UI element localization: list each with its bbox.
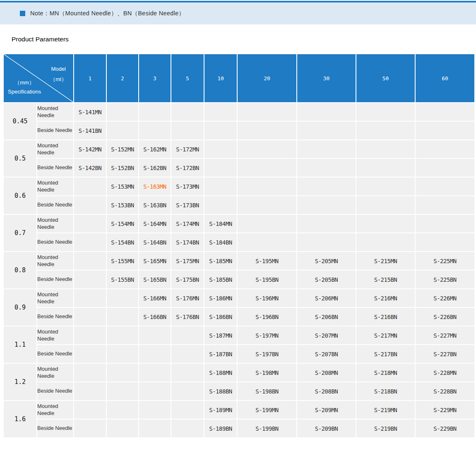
model-code-cell: S-172MN: [171, 140, 204, 158]
empty-cell: [171, 345, 204, 363]
model-code-cell: S-218MN: [356, 363, 415, 382]
model-code-cell: S-189BN: [204, 419, 237, 438]
corner-header-cell: Model （ml） （mm） Specifications: [3, 54, 74, 103]
model-code-cell: S-207BN: [297, 345, 356, 363]
empty-cell: [74, 233, 106, 252]
model-code-cell: S-184BN: [204, 233, 237, 252]
empty-cell: [106, 289, 139, 307]
empty-cell: [415, 177, 475, 196]
table-body: 0.45Mounted NeedleS-141MNBeside NeedleS-…: [3, 103, 475, 438]
model-code-cell: S-173BN: [171, 196, 204, 214]
table-row: 0.6Mounted NeedleS-153MNS-163MNS-173MN: [3, 177, 475, 196]
model-code-cell: S-225MN: [415, 252, 475, 270]
column-header-50: 50: [356, 54, 415, 103]
model-code-cell: S-184MN: [204, 214, 237, 233]
model-code-cell: S-218BN: [356, 382, 415, 401]
empty-cell: [106, 121, 139, 140]
mounted-needle-label-cell: Mounted Needle: [37, 252, 74, 270]
empty-cell: [237, 233, 297, 252]
model-code-cell: S-162BN: [139, 158, 171, 177]
spec-cell: 1.1: [3, 326, 37, 363]
mounted-needle-label-cell: Mounted Needle: [37, 289, 74, 307]
empty-cell: [356, 140, 415, 158]
table-row: 1.1Mounted NeedleS-187MNS-197MNS-207MNS-…: [3, 326, 475, 345]
table-row: 1.2Mounted NeedleS-188MNS-198MNS-208MNS-…: [3, 363, 475, 382]
empty-cell: [356, 103, 415, 121]
model-code-cell: S-185BN: [204, 270, 237, 289]
beside-needle-label-cell: Beside Needle: [37, 158, 74, 177]
table-row: Beside NeedleS-141BN: [3, 121, 475, 140]
empty-cell: [297, 177, 356, 196]
model-code-cell: S-219MN: [356, 401, 415, 419]
empty-cell: [74, 196, 106, 214]
empty-cell: [204, 196, 237, 214]
empty-cell: [171, 419, 204, 438]
spec-cell: 0.6: [3, 177, 37, 214]
empty-cell: [171, 103, 204, 121]
model-code-cell: S-155MN: [106, 252, 139, 270]
empty-cell: [74, 345, 106, 363]
model-code-cell: S-186BN: [204, 307, 237, 326]
empty-cell: [139, 121, 171, 140]
section-title: Product Parameters: [12, 36, 476, 43]
column-header-60: 60: [415, 54, 475, 103]
empty-cell: [106, 401, 139, 419]
beside-needle-label-cell: Beside Needle: [37, 121, 74, 140]
spec-cell: 0.8: [3, 252, 37, 289]
empty-cell: [74, 289, 106, 307]
empty-cell: [237, 158, 297, 177]
model-code-cell: S-166BN: [139, 307, 171, 326]
model-code-cell: S-198BN: [237, 382, 297, 401]
model-code-cell: S-188BN: [204, 382, 237, 401]
empty-cell: [237, 121, 297, 140]
model-code-cell: S-165MN: [139, 252, 171, 270]
empty-cell: [139, 326, 171, 345]
model-code-cell: S-186MN: [204, 289, 237, 307]
empty-cell: [139, 345, 171, 363]
beside-needle-label-cell: Beside Needle: [37, 307, 74, 326]
empty-cell: [237, 214, 297, 233]
empty-cell: [204, 140, 237, 158]
empty-cell: [356, 233, 415, 252]
empty-cell: [139, 382, 171, 401]
mounted-needle-label-cell: Mounted Needle: [37, 401, 74, 419]
empty-cell: [204, 158, 237, 177]
mounted-needle-label-cell: Mounted Needle: [37, 363, 74, 382]
table-row: Beside NeedleS-142BNS-152BNS-162BNS-172B…: [3, 158, 475, 177]
model-code-cell: S-215MN: [356, 252, 415, 270]
model-code-cell: S-153BN: [106, 196, 139, 214]
empty-cell: [415, 103, 475, 121]
column-header-1: 1: [74, 54, 106, 103]
model-code-cell: S-197MN: [237, 326, 297, 345]
table-row: Beside NeedleS-187BNS-197BNS-207BNS-217B…: [3, 345, 475, 363]
empty-cell: [237, 177, 297, 196]
model-code-cell: S-174BN: [171, 233, 204, 252]
table-row: Beside NeedleS-166BNS-176BNS-186BNS-196B…: [3, 307, 475, 326]
model-code-cell: S-152BN: [106, 158, 139, 177]
model-code-cell: S-228BN: [415, 382, 475, 401]
model-code-cell: S-216MN: [356, 289, 415, 307]
table-row: Beside NeedleS-189BNS-199BNS-209BNS-219B…: [3, 419, 475, 438]
column-header-2: 2: [106, 54, 139, 103]
corner-spec-line2: Specifications: [8, 87, 41, 96]
model-code-cell: S-208BN: [297, 382, 356, 401]
empty-cell: [297, 140, 356, 158]
model-code-cell: S-172BN: [171, 158, 204, 177]
model-code-cell: S-199MN: [237, 401, 297, 419]
model-code-cell: S-219BN: [356, 419, 415, 438]
spec-cell: 1.6: [3, 401, 37, 438]
mounted-needle-label-cell: Mounted Needle: [37, 214, 74, 233]
empty-cell: [204, 103, 237, 121]
empty-cell: [415, 140, 475, 158]
model-code-cell: S-217MN: [356, 326, 415, 345]
model-code-cell: S-209BN: [297, 419, 356, 438]
corner-model-label: Model （ml）: [50, 64, 67, 84]
empty-cell: [356, 214, 415, 233]
empty-cell: [297, 233, 356, 252]
model-code-cell: S-163MN: [139, 177, 171, 196]
column-header-3: 3: [139, 54, 171, 103]
table-row: 0.8Mounted NeedleS-155MNS-165MNS-175MNS-…: [3, 252, 475, 270]
empty-cell: [139, 401, 171, 419]
model-code-cell: S-208MN: [297, 363, 356, 382]
empty-cell: [74, 382, 106, 401]
